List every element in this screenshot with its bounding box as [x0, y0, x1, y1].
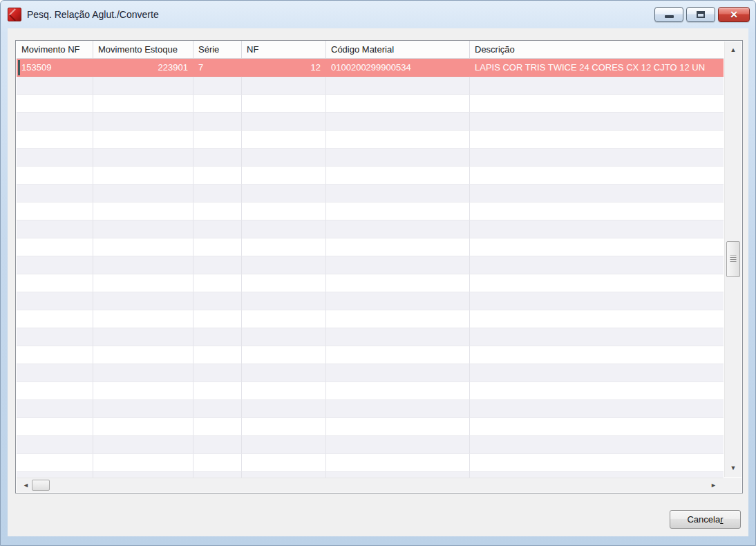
table-cell: [193, 292, 242, 310]
table-cell: [193, 436, 242, 454]
horizontal-scrollbar[interactable]: ◄ ►: [17, 478, 723, 492]
table-cell: [470, 292, 724, 310]
table-cell[interactable]: 223901: [93, 59, 193, 77]
table-cell: [17, 203, 93, 220]
scroll-left-icon[interactable]: ◄: [23, 482, 29, 489]
table-cell[interactable]: 0100200299900534: [326, 59, 470, 77]
client-area: Movimento NFMovimento EstoqueSérieNFCódi…: [8, 28, 748, 536]
minimize-button[interactable]: [654, 7, 683, 22]
column-header-codigo-material[interactable]: Código Material: [326, 41, 470, 58]
table-cell: [17, 256, 93, 274]
table-cell: [17, 220, 93, 238]
table-cell: [242, 95, 326, 113]
table-cell: [470, 185, 724, 203]
table-cell: [17, 149, 93, 167]
table-cell: [242, 167, 326, 185]
table-row: [17, 95, 724, 113]
table-cell: [17, 310, 93, 328]
table-cell: [326, 472, 470, 478]
maximize-icon: [697, 11, 705, 18]
scroll-down-icon[interactable]: ▼: [730, 465, 737, 471]
table-cell: [93, 95, 193, 113]
table-cell: [17, 238, 93, 256]
table-cell: [193, 95, 242, 113]
table-cell: [93, 149, 193, 167]
table-cell: [242, 274, 326, 292]
table-cell: [17, 167, 93, 185]
table-cell: [326, 185, 470, 203]
table-cell: [242, 346, 326, 364]
table-cell: [93, 382, 193, 400]
table-cell: [193, 472, 242, 478]
table-row: [17, 454, 724, 472]
table-cell: [93, 310, 193, 328]
table-cell: [93, 364, 193, 382]
table-row: [17, 220, 724, 238]
table-cell: [193, 77, 242, 95]
table-cell[interactable]: LAPIS COR TRIS TWICE 24 CORES CX 12 CJTO…: [470, 59, 724, 77]
table-cell: [193, 113, 242, 131]
table-cell: [242, 364, 326, 382]
horizontal-scrollbar-thumb[interactable]: [32, 480, 50, 491]
table-row: [17, 274, 724, 292]
table-row: [17, 328, 724, 346]
table-cell: [17, 292, 93, 310]
table-cell: [326, 220, 470, 238]
table-cell: [242, 185, 326, 203]
maximize-button[interactable]: [686, 7, 715, 22]
table-cell: [93, 131, 193, 149]
scroll-right-icon[interactable]: ►: [710, 482, 717, 489]
vertical-scrollbar[interactable]: ▲ ▼: [724, 41, 741, 477]
scrollbar-corner: [723, 478, 741, 492]
cancel-button[interactable]: Cancelar: [670, 510, 741, 529]
table-cell: [17, 364, 93, 382]
table-cell: [93, 472, 193, 478]
close-button[interactable]: ✕: [718, 7, 750, 22]
table-cell: [470, 328, 724, 346]
column-header-movimento-nf[interactable]: Movimento NF: [17, 41, 93, 58]
table-cell: [193, 238, 242, 256]
window-title: Pesq. Relação Aglut./Converte: [27, 9, 159, 20]
table-cell: [93, 400, 193, 418]
table-cell[interactable]: 12: [242, 59, 326, 77]
vertical-scrollbar-thumb[interactable]: [726, 241, 740, 277]
column-header-descricao[interactable]: Descrição: [470, 41, 724, 58]
table-cell: [193, 400, 242, 418]
titlebar[interactable]: Pesq. Relação Aglut./Converte ✕: [1, 1, 755, 28]
table-cell: [470, 256, 724, 274]
table-header: Movimento NFMovimento EstoqueSérieNFCódi…: [17, 41, 724, 59]
table-row: [17, 113, 724, 131]
table-cell: [470, 220, 724, 238]
table-row: [17, 364, 724, 382]
table-cell: [242, 256, 326, 274]
table-cell: [242, 418, 326, 436]
table-cell: [326, 346, 470, 364]
column-header-nf[interactable]: NF: [242, 41, 326, 58]
table-row: [17, 418, 724, 436]
table-cell: [193, 185, 242, 203]
table-cell: [17, 113, 93, 131]
table-cell: [326, 203, 470, 220]
table-cell: [470, 364, 724, 382]
table-row[interactable]: 1535092239017120100200299900534LAPIS COR…: [17, 59, 724, 77]
table-cell: [470, 167, 724, 185]
table-cell[interactable]: 153509: [17, 59, 93, 77]
table-main: Movimento NFMovimento EstoqueSérieNFCódi…: [17, 41, 724, 478]
table-cell: [470, 436, 724, 454]
table-cell[interactable]: 7: [193, 59, 242, 77]
column-header-serie[interactable]: Série: [193, 41, 242, 58]
table-cell: [17, 436, 93, 454]
table-cell: [17, 418, 93, 436]
column-header-movimento-estoque[interactable]: Movimento Estoque: [93, 41, 193, 58]
table-row: [17, 256, 724, 274]
scroll-up-icon[interactable]: ▲: [730, 47, 737, 53]
table-cell: [93, 167, 193, 185]
table-cell: [93, 454, 193, 472]
table-cell: [326, 131, 470, 149]
table-cell: [470, 400, 724, 418]
table-cell: [326, 113, 470, 131]
table-cell: [193, 328, 242, 346]
table-cell: [326, 436, 470, 454]
table-cell: [326, 95, 470, 113]
table-cell: [93, 113, 193, 131]
